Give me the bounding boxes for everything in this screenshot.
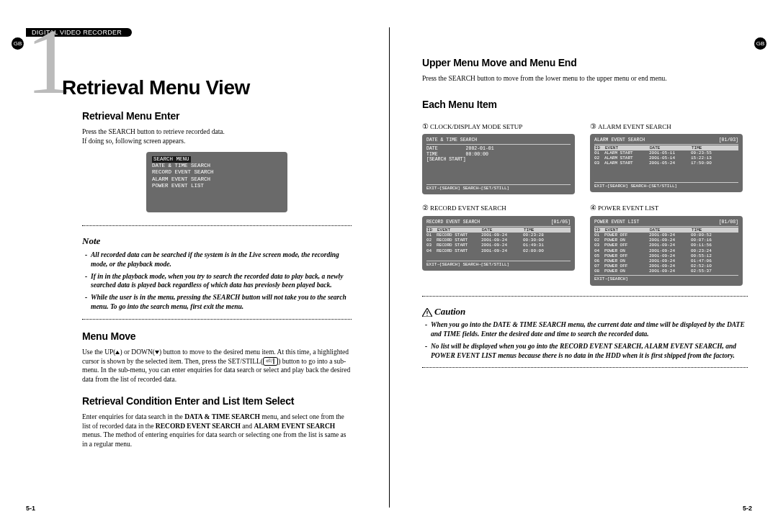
note-item: If in in the playback mode, when you try… xyxy=(85,272,352,291)
caution-item: No list will be displayed when you go in… xyxy=(425,342,748,361)
screen-record-event: RECORD EVENT SEARCH[01/05] IDEVENTDATETI… xyxy=(422,216,575,271)
section-retrieval-enter: Retrieval Menu Enter xyxy=(82,109,352,123)
document-spread: GB GB DIGITAL VIDEO RECORDER 1 Retrieval… xyxy=(0,0,778,532)
screen-item: RECORD EVENT SEARCH xyxy=(152,169,282,176)
section-menu-move: Menu Move xyxy=(82,330,352,343)
svg-point-1 xyxy=(426,315,427,315)
para: If doing so, following screen appears. xyxy=(82,137,352,146)
divider-dotted xyxy=(422,367,748,368)
divider-dotted xyxy=(422,296,748,297)
divider-dotted xyxy=(82,319,352,320)
up-icon xyxy=(115,351,120,354)
divider-dotted xyxy=(82,225,352,226)
note-item: All recorded data can be searched if the… xyxy=(85,251,352,269)
caution-list: When you go into the DATE & TIME SEARCH … xyxy=(425,320,748,360)
page-number-left: 5-1 xyxy=(26,505,35,512)
note-label: Note xyxy=(82,235,352,248)
para: Use the UP() or DOWN() button to move to… xyxy=(82,348,352,384)
section-upper-menu: Upper Menu Move and Menu End xyxy=(422,56,748,70)
caution-label: Caution xyxy=(422,305,748,318)
page-number-right: 5-2 xyxy=(743,505,752,512)
menu-grid-row1: ①CLOCK/DISPLAY MODE SETUP DATE & TIME SE… xyxy=(422,116,748,198)
page-title: Retrieval Menu View xyxy=(62,76,363,99)
right-page: Upper Menu Move and Menu End Press the S… xyxy=(389,0,778,532)
right-content: Upper Menu Move and Menu End Press the S… xyxy=(422,56,748,368)
section-retrieval-condition: Retrieval Condition Enter and List Item … xyxy=(82,395,352,408)
screen-item: DATE & TIME SEARCH xyxy=(152,163,282,169)
screen-date-time: DATE & TIME SEARCH DATE 2002-01-01 TIME … xyxy=(422,134,575,194)
screen-item: POWER EVENT LIST xyxy=(152,183,282,189)
item-label: ②RECORD EVENT SEARCH xyxy=(422,203,580,213)
down-icon xyxy=(155,351,159,354)
caution-item: When you go into the DATE & TIME SEARCH … xyxy=(425,320,748,339)
para: Enter enquiries for data search in the D… xyxy=(82,412,352,449)
note-list: All recorded data can be searched if the… xyxy=(85,251,352,312)
section-each-menu: Each Menu Item xyxy=(422,98,748,112)
para: Press the SEARCH button to retrieve reco… xyxy=(82,127,352,137)
item-label: ④POWER EVENT LIST xyxy=(590,203,748,213)
note-item: While the user is in the menu, pressing … xyxy=(85,293,352,312)
screen-item: ALARM EVENT SEARCH xyxy=(152,176,282,183)
screen-power-event: POWER EVENT LIST[01/08] IDEVENTDATETIME … xyxy=(590,216,743,286)
item-label: ③ALARM EVENT SEARCH xyxy=(590,122,748,132)
screen-title: SEARCH MENU xyxy=(152,156,191,163)
screen-search-menu: SEARCH MENU DATE & TIME SEARCH RECORD EV… xyxy=(146,152,287,213)
set-still-icon: ⏎/∥ xyxy=(263,357,278,366)
left-page: DIGITAL VIDEO RECORDER 1 Retrieval Menu … xyxy=(0,0,389,532)
menu-grid-row2: ②RECORD EVENT SEARCH RECORD EVENT SEARCH… xyxy=(422,197,748,288)
screen-alarm-event: ALARM EVENT SEARCH[01/03] IDEVENTDATETIM… xyxy=(590,134,743,192)
left-content: Retrieval Menu Enter Press the SEARCH bu… xyxy=(82,109,352,449)
item-label: ①CLOCK/DISPLAY MODE SETUP xyxy=(422,122,580,132)
para: Press the SEARCH button to move from the… xyxy=(422,74,748,84)
warning-icon xyxy=(422,308,432,317)
